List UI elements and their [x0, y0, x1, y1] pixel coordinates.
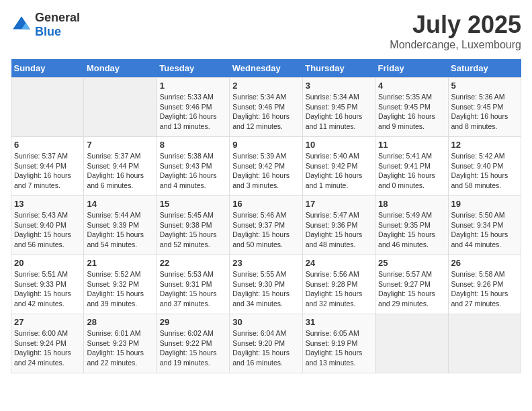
day-info: Sunrise: 5:33 AMSunset: 9:46 PMDaylight:…	[160, 92, 226, 132]
day-info: Sunrise: 5:50 AMSunset: 9:34 PMDaylight:…	[451, 210, 518, 250]
day-info: Sunrise: 5:37 AMSunset: 9:44 PMDaylight:…	[14, 151, 81, 191]
calendar-cell: 30Sunrise: 6:04 AMSunset: 9:20 PMDayligh…	[230, 314, 302, 373]
calendar-cell: 12Sunrise: 5:42 AMSunset: 9:40 PMDayligh…	[448, 137, 521, 196]
day-info: Sunrise: 5:37 AMSunset: 9:44 PMDaylight:…	[87, 151, 153, 191]
day-number: 4	[378, 81, 445, 91]
day-number: 1	[160, 81, 226, 91]
calendar-cell: 21Sunrise: 5:52 AMSunset: 9:32 PMDayligh…	[84, 255, 157, 314]
day-info: Sunrise: 5:53 AMSunset: 9:31 PMDaylight:…	[160, 269, 226, 309]
day-number: 9	[232, 140, 299, 150]
day-number: 26	[451, 258, 518, 268]
day-info: Sunrise: 6:01 AMSunset: 9:23 PMDaylight:…	[87, 328, 153, 368]
day-info: Sunrise: 5:44 AMSunset: 9:39 PMDaylight:…	[87, 210, 153, 250]
day-info: Sunrise: 5:41 AMSunset: 9:41 PMDaylight:…	[378, 151, 445, 191]
day-info: Sunrise: 5:46 AMSunset: 9:37 PMDaylight:…	[232, 210, 299, 250]
calendar-cell: 20Sunrise: 5:51 AMSunset: 9:33 PMDayligh…	[11, 255, 84, 314]
header: General Blue July 2025 Mondercange, Luxe…	[11, 11, 521, 51]
calendar-cell	[448, 314, 521, 373]
weekday-header: Saturday	[448, 59, 521, 78]
day-number: 29	[160, 317, 226, 327]
day-number: 5	[451, 81, 518, 91]
day-number: 22	[160, 258, 226, 268]
day-number: 23	[232, 258, 299, 268]
calendar-week-row: 13Sunrise: 5:43 AMSunset: 9:40 PMDayligh…	[11, 196, 521, 255]
day-info: Sunrise: 6:00 AMSunset: 9:24 PMDaylight:…	[14, 328, 81, 368]
day-info: Sunrise: 5:39 AMSunset: 9:42 PMDaylight:…	[232, 151, 299, 191]
weekday-header: Friday	[375, 59, 448, 78]
calendar-cell: 26Sunrise: 5:58 AMSunset: 9:26 PMDayligh…	[448, 255, 521, 314]
day-number: 28	[87, 317, 153, 327]
calendar-cell: 22Sunrise: 5:53 AMSunset: 9:31 PMDayligh…	[157, 255, 229, 314]
calendar-cell: 23Sunrise: 5:55 AMSunset: 9:30 PMDayligh…	[230, 255, 302, 314]
calendar-cell	[375, 314, 448, 373]
day-info: Sunrise: 6:05 AMSunset: 9:19 PMDaylight:…	[306, 328, 372, 368]
day-number: 7	[87, 140, 153, 150]
calendar-cell: 13Sunrise: 5:43 AMSunset: 9:40 PMDayligh…	[11, 196, 84, 255]
calendar-week-row: 20Sunrise: 5:51 AMSunset: 9:33 PMDayligh…	[11, 255, 521, 314]
calendar-week-row: 1Sunrise: 5:33 AMSunset: 9:46 PMDaylight…	[11, 78, 521, 137]
calendar-cell: 15Sunrise: 5:45 AMSunset: 9:38 PMDayligh…	[157, 196, 229, 255]
calendar-cell: 29Sunrise: 6:02 AMSunset: 9:22 PMDayligh…	[157, 314, 229, 373]
day-info: Sunrise: 5:58 AMSunset: 9:26 PMDaylight:…	[451, 269, 518, 309]
day-number: 6	[14, 140, 81, 150]
day-number: 15	[160, 199, 226, 209]
calendar-week-row: 27Sunrise: 6:00 AMSunset: 9:24 PMDayligh…	[11, 314, 521, 373]
day-info: Sunrise: 5:34 AMSunset: 9:45 PMDaylight:…	[306, 92, 372, 132]
day-number: 31	[306, 317, 372, 327]
day-info: Sunrise: 5:55 AMSunset: 9:30 PMDaylight:…	[232, 269, 299, 309]
title-block: July 2025 Mondercange, Luxembourg	[390, 11, 521, 51]
day-info: Sunrise: 5:52 AMSunset: 9:32 PMDaylight:…	[87, 269, 153, 309]
calendar-cell: 9Sunrise: 5:39 AMSunset: 9:42 PMDaylight…	[230, 137, 302, 196]
calendar-cell: 27Sunrise: 6:00 AMSunset: 9:24 PMDayligh…	[11, 314, 84, 373]
day-info: Sunrise: 5:51 AMSunset: 9:33 PMDaylight:…	[14, 269, 81, 309]
day-info: Sunrise: 5:43 AMSunset: 9:40 PMDaylight:…	[14, 210, 81, 250]
calendar-cell: 11Sunrise: 5:41 AMSunset: 9:41 PMDayligh…	[375, 137, 448, 196]
weekday-header: Sunday	[11, 59, 84, 78]
calendar-header-row: SundayMondayTuesdayWednesdayThursdayFrid…	[11, 59, 521, 78]
day-number: 21	[87, 258, 153, 268]
weekday-header: Thursday	[302, 59, 375, 78]
day-number: 19	[451, 199, 518, 209]
calendar-cell: 28Sunrise: 6:01 AMSunset: 9:23 PMDayligh…	[84, 314, 157, 373]
calendar-cell: 25Sunrise: 5:57 AMSunset: 9:27 PMDayligh…	[375, 255, 448, 314]
day-number: 17	[306, 199, 372, 209]
day-number: 25	[378, 258, 445, 268]
logo: General Blue	[11, 11, 80, 39]
calendar-week-row: 6Sunrise: 5:37 AMSunset: 9:44 PMDaylight…	[11, 137, 521, 196]
calendar-cell: 31Sunrise: 6:05 AMSunset: 9:19 PMDayligh…	[302, 314, 375, 373]
weekday-header: Wednesday	[230, 59, 302, 78]
day-number: 11	[378, 140, 445, 150]
calendar-cell: 2Sunrise: 5:34 AMSunset: 9:46 PMDaylight…	[230, 78, 302, 137]
day-info: Sunrise: 6:04 AMSunset: 9:20 PMDaylight:…	[232, 328, 299, 368]
day-number: 27	[14, 317, 81, 327]
calendar-cell: 16Sunrise: 5:46 AMSunset: 9:37 PMDayligh…	[230, 196, 302, 255]
logo-blue-text: Blue	[35, 25, 61, 38]
day-info: Sunrise: 5:45 AMSunset: 9:38 PMDaylight:…	[160, 210, 226, 250]
calendar-cell	[84, 78, 157, 137]
day-info: Sunrise: 5:47 AMSunset: 9:36 PMDaylight:…	[306, 210, 372, 250]
location-title: Mondercange, Luxembourg	[390, 39, 521, 51]
calendar-cell: 14Sunrise: 5:44 AMSunset: 9:39 PMDayligh…	[84, 196, 157, 255]
logo-icon	[11, 14, 32, 36]
day-info: Sunrise: 5:35 AMSunset: 9:45 PMDaylight:…	[378, 92, 445, 132]
day-number: 8	[160, 140, 226, 150]
day-number: 13	[14, 199, 81, 209]
day-number: 20	[14, 258, 81, 268]
day-number: 18	[378, 199, 445, 209]
calendar-cell: 8Sunrise: 5:38 AMSunset: 9:43 PMDaylight…	[157, 137, 229, 196]
calendar-cell: 17Sunrise: 5:47 AMSunset: 9:36 PMDayligh…	[302, 196, 375, 255]
day-info: Sunrise: 5:42 AMSunset: 9:40 PMDaylight:…	[451, 151, 518, 191]
day-number: 14	[87, 199, 153, 209]
day-number: 12	[451, 140, 518, 150]
day-info: Sunrise: 5:40 AMSunset: 9:42 PMDaylight:…	[306, 151, 372, 191]
day-number: 24	[306, 258, 372, 268]
calendar-cell: 4Sunrise: 5:35 AMSunset: 9:45 PMDaylight…	[375, 78, 448, 137]
day-number: 10	[306, 140, 372, 150]
month-title: July 2025	[390, 11, 521, 39]
calendar-cell: 24Sunrise: 5:56 AMSunset: 9:28 PMDayligh…	[302, 255, 375, 314]
weekday-header: Tuesday	[157, 59, 229, 78]
day-number: 30	[232, 317, 299, 327]
day-info: Sunrise: 6:02 AMSunset: 9:22 PMDaylight:…	[160, 328, 226, 368]
calendar-cell: 6Sunrise: 5:37 AMSunset: 9:44 PMDaylight…	[11, 137, 84, 196]
calendar-cell: 10Sunrise: 5:40 AMSunset: 9:42 PMDayligh…	[302, 137, 375, 196]
